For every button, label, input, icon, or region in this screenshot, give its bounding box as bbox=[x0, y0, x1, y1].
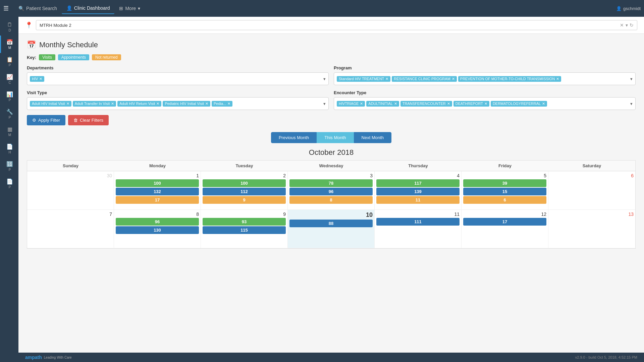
cal-cell-oct9[interactable]: 9 93 115 bbox=[201, 210, 288, 248]
remove-adult-initial-tag[interactable]: ✕ bbox=[66, 102, 69, 106]
visits-oct9[interactable]: 93 bbox=[203, 218, 286, 226]
this-month-button[interactable]: This Month bbox=[317, 132, 354, 143]
cal-cell-oct3[interactable]: 3 78 96 8 bbox=[288, 171, 375, 210]
visits-oct5[interactable]: 39 bbox=[463, 179, 546, 187]
cal-cell-oct1[interactable]: 1 100 132 17 bbox=[114, 171, 201, 210]
appointments-oct2[interactable]: 112 bbox=[203, 188, 286, 195]
previous-month-button[interactable]: Previous Month bbox=[271, 132, 317, 143]
refresh-location-button[interactable]: ↻ bbox=[630, 22, 634, 28]
visits-oct4[interactable]: 117 bbox=[376, 179, 460, 187]
departments-tags[interactable]: HIV ✕ ▾ bbox=[27, 72, 329, 85]
cal-cell-oct12[interactable]: 12 17 bbox=[462, 210, 548, 248]
remove-death-tag[interactable]: ✕ bbox=[484, 102, 487, 106]
cal-cell-oct8[interactable]: 8 96 130 bbox=[114, 210, 201, 248]
visit-tag-adult-initial[interactable]: Adult HIV Initial Visit ✕ bbox=[30, 101, 71, 107]
visit-tag-adult-transfer[interactable]: Adult Transfer In Visit ✕ bbox=[73, 101, 116, 107]
encounter-tag-transfer[interactable]: TRANSFERENCOUNTER ✕ bbox=[400, 101, 452, 107]
cal-cell-sep30: 30 bbox=[27, 171, 114, 210]
visits-oct8[interactable]: 96 bbox=[116, 218, 199, 226]
clinic-dashboard-link[interactable]: 👤 Clinic Dashboard bbox=[62, 3, 115, 14]
encounter-tag-dermatology[interactable]: DERMATOLOGYREFERRAL ✕ bbox=[491, 101, 547, 107]
departments-dropdown-arrow[interactable]: ▾ bbox=[323, 76, 326, 81]
clear-filters-button[interactable]: 🗑 Clear Filters bbox=[68, 115, 109, 125]
encounter-tag-adultinitial[interactable]: ADULTINITIAL ✕ bbox=[366, 101, 399, 107]
location-selector[interactable]: MTRH Module 2 ✕ ▾ ↻ bbox=[36, 20, 637, 30]
notreturned-oct5[interactable]: 6 bbox=[463, 196, 546, 204]
cal-cell-oct5[interactable]: 5 39 15 6 bbox=[462, 171, 548, 210]
appointments-oct9[interactable]: 115 bbox=[203, 226, 286, 234]
appointments-oct11[interactable]: 111 bbox=[376, 218, 460, 226]
location-dropdown-button[interactable]: ▾ bbox=[626, 22, 628, 28]
sidebar-item-h[interactable]: 📄 H bbox=[0, 140, 18, 158]
sidebar-item-p1[interactable]: 📋 P bbox=[0, 53, 18, 70]
visit-type-dropdown-arrow[interactable]: ▾ bbox=[323, 101, 326, 106]
appointments-oct3[interactable]: 96 bbox=[289, 188, 373, 195]
sidebar-item-p5[interactable]: 📄 P bbox=[0, 175, 18, 192]
program-tag-resistance[interactable]: RESISTANCE CLINIC PROGRAM ✕ bbox=[392, 76, 457, 82]
notreturned-oct3[interactable]: 8 bbox=[289, 196, 373, 204]
remove-adultinitial-tag[interactable]: ✕ bbox=[394, 102, 397, 106]
location-bar: 📍 MTRH Module 2 ✕ ▾ ↻ bbox=[18, 17, 644, 34]
dashboard-icon: 👤 bbox=[66, 5, 72, 11]
more-link[interactable]: ⊞ More ▾ bbox=[114, 3, 145, 14]
cal-cell-oct11[interactable]: 11 111 bbox=[375, 210, 462, 248]
program-tag-standard-hiv[interactable]: Standard HIV TREATMENT ✕ bbox=[337, 76, 390, 82]
visit-tag-adult-return[interactable]: Adult HIV Return Visit ✕ bbox=[117, 101, 161, 107]
remove-hivtriage-tag[interactable]: ✕ bbox=[360, 102, 363, 106]
program-tag-prevention[interactable]: PREVENTION OF MOTHER-TO-CHILD TRANSMISSI… bbox=[458, 76, 561, 82]
next-month-button[interactable]: Next Month bbox=[354, 132, 391, 143]
remove-standard-hiv-tag[interactable]: ✕ bbox=[385, 77, 388, 81]
apply-filter-button[interactable]: ⚙ Apply Filter bbox=[27, 115, 65, 125]
appointments-oct10[interactable]: 88 bbox=[289, 220, 373, 227]
cal-cell-oct2[interactable]: 2 100 112 9 bbox=[201, 171, 288, 210]
cal-cell-oct10[interactable]: 10 88 bbox=[288, 210, 375, 248]
program-dropdown-arrow[interactable]: ▾ bbox=[630, 76, 633, 81]
visits-oct1[interactable]: 100 bbox=[116, 179, 199, 187]
remove-adult-transfer-tag[interactable]: ✕ bbox=[111, 102, 114, 106]
department-tag-hiv[interactable]: HIV ✕ bbox=[30, 76, 44, 82]
sidebar-item-p4[interactable]: 🔢 P bbox=[0, 158, 18, 175]
remove-hiv-tag[interactable]: ✕ bbox=[39, 77, 42, 81]
hamburger-icon[interactable]: ☰ bbox=[3, 5, 9, 12]
sidebar-item-d[interactable]: 🗒 D bbox=[0, 18, 18, 36]
sidebar-item-p2[interactable]: 📊 P bbox=[0, 88, 18, 105]
visit-tag-pediatric-initial[interactable]: Pediatric HIV Initial Visit ✕ bbox=[163, 101, 210, 107]
program-tags[interactable]: Standard HIV TREATMENT ✕ RESISTANCE CLIN… bbox=[334, 72, 636, 85]
remove-dermatology-tag[interactable]: ✕ bbox=[542, 102, 545, 106]
encounter-tag-death[interactable]: DEATHREPORT ✕ bbox=[453, 101, 489, 107]
sidebar-m2-icon: ▦ bbox=[7, 126, 12, 132]
patient-search-link[interactable]: 🔍 Patient Search bbox=[14, 3, 62, 14]
encounter-tag-hivtriage[interactable]: HIVTRIAGE ✕ bbox=[337, 101, 365, 107]
remove-adult-return-tag[interactable]: ✕ bbox=[156, 102, 159, 106]
sidebar-item-p3[interactable]: 🔧 P bbox=[0, 105, 18, 123]
cal-cell-oct4[interactable]: 4 117 139 11 bbox=[375, 171, 462, 210]
sidebar-p3-icon: 🔧 bbox=[6, 109, 13, 115]
remove-pediatric-initial-tag[interactable]: ✕ bbox=[205, 102, 208, 106]
visits-oct2[interactable]: 100 bbox=[203, 179, 286, 187]
remove-pedia-tag[interactable]: ✕ bbox=[227, 102, 230, 106]
sidebar-item-m2[interactable]: ▦ M bbox=[0, 123, 18, 140]
user-menu[interactable]: 👤 gschmidt bbox=[616, 6, 641, 11]
cal-cell-oct6: 6 bbox=[548, 171, 635, 210]
visits-oct3[interactable]: 78 bbox=[289, 179, 373, 187]
clear-location-button[interactable]: ✕ bbox=[620, 22, 624, 28]
remove-prevention-tag[interactable]: ✕ bbox=[556, 77, 559, 81]
remove-transfer-tag[interactable]: ✕ bbox=[447, 102, 450, 106]
visit-tag-pedia-more[interactable]: Pedia... ✕ bbox=[212, 101, 232, 107]
appointments-oct5[interactable]: 15 bbox=[463, 188, 546, 195]
appointments-oct8[interactable]: 130 bbox=[116, 226, 199, 234]
footer: ampath Leading With Care v2.9.0 - build … bbox=[18, 353, 644, 362]
location-pin-icon: 📍 bbox=[25, 21, 33, 29]
notreturned-oct2[interactable]: 9 bbox=[203, 196, 286, 204]
notreturned-oct4[interactable]: 11 bbox=[376, 196, 460, 204]
notreturned-oct1[interactable]: 17 bbox=[116, 196, 199, 204]
sidebar-item-c[interactable]: 📈 C bbox=[0, 70, 18, 88]
appointments-oct1[interactable]: 132 bbox=[116, 188, 199, 195]
encounter-type-dropdown-arrow[interactable]: ▾ bbox=[630, 101, 633, 106]
visit-type-tags[interactable]: Adult HIV Initial Visit ✕ Adult Transfer… bbox=[27, 97, 329, 110]
sidebar-item-m[interactable]: 📅 M bbox=[0, 36, 18, 53]
appointments-oct12[interactable]: 17 bbox=[463, 218, 546, 226]
encounter-type-tags[interactable]: HIVTRIAGE ✕ ADULTINITIAL ✕ TRANSFERENCOU… bbox=[334, 97, 636, 110]
appointments-oct4[interactable]: 139 bbox=[376, 188, 460, 195]
remove-resistance-tag[interactable]: ✕ bbox=[452, 77, 455, 81]
